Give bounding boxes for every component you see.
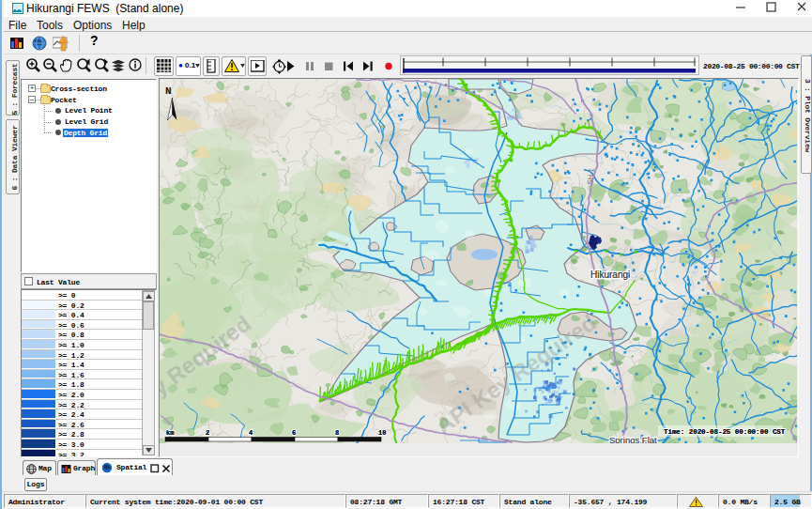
svg-text:km: km (166, 429, 174, 437)
svg-text:2: 2 (206, 429, 209, 437)
svg-text:N: N (165, 85, 172, 97)
svg-text:8: 8 (335, 429, 339, 437)
svg-text:6: 6 (292, 429, 296, 437)
svg-text:SH 1: SH 1 (586, 167, 596, 185)
svg-text:10: 10 (378, 429, 386, 437)
svg-text:Springs Flat: Springs Flat (609, 435, 657, 443)
svg-text:Hikurangi: Hikurangi (590, 270, 630, 280)
svg-text:Time: 2020-08-25 00:00:00 CST: Time: 2020-08-25 00:00:00 CST (664, 428, 786, 436)
svg-text:4: 4 (249, 429, 253, 437)
